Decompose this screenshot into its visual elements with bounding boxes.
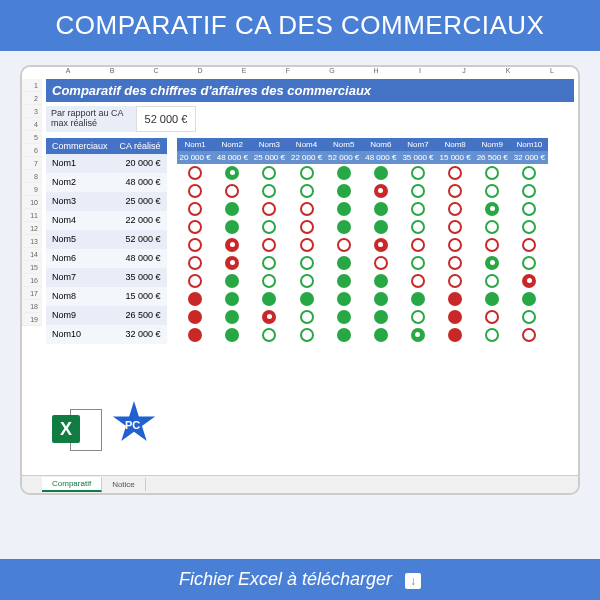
row-header[interactable]: 17 <box>22 287 42 300</box>
status-dot-cell[interactable] <box>177 308 214 326</box>
status-dot-cell[interactable] <box>288 254 325 272</box>
status-dot-cell[interactable] <box>177 164 214 182</box>
table-row[interactable]: Nom815 000 € <box>46 287 167 306</box>
status-dot-cell[interactable] <box>288 236 325 254</box>
status-dot-cell[interactable] <box>399 254 436 272</box>
status-dot-cell[interactable] <box>362 236 399 254</box>
status-dot-cell[interactable] <box>177 218 214 236</box>
status-dot-cell[interactable] <box>437 200 474 218</box>
status-dot-cell[interactable] <box>251 254 288 272</box>
status-dot-cell[interactable] <box>437 182 474 200</box>
row-header[interactable]: 16 <box>22 274 42 287</box>
status-dot-cell[interactable] <box>325 308 362 326</box>
status-dot-cell[interactable] <box>362 272 399 290</box>
status-dot-cell[interactable] <box>511 218 548 236</box>
status-dot-cell[interactable] <box>437 164 474 182</box>
status-dot-cell[interactable] <box>511 236 548 254</box>
col-header[interactable]: B <box>90 67 134 74</box>
status-dot-cell[interactable] <box>288 200 325 218</box>
col-header[interactable]: D <box>178 67 222 74</box>
row-header[interactable]: 8 <box>22 170 42 183</box>
status-dot-cell[interactable] <box>325 326 362 344</box>
row-header[interactable]: 2 <box>22 92 42 105</box>
table-row[interactable]: Nom248 000 € <box>46 173 167 192</box>
row-header[interactable]: 15 <box>22 261 42 274</box>
row-header[interactable]: 7 <box>22 157 42 170</box>
status-dot-cell[interactable] <box>288 164 325 182</box>
status-dot-cell[interactable] <box>251 272 288 290</box>
status-dot-cell[interactable] <box>437 308 474 326</box>
row-header[interactable]: 13 <box>22 235 42 248</box>
col-header[interactable]: H <box>354 67 398 74</box>
tab-comparatif[interactable]: Comparatif <box>42 477 102 492</box>
status-dot-cell[interactable] <box>399 200 436 218</box>
status-dot-cell[interactable] <box>251 236 288 254</box>
status-dot-cell[interactable] <box>362 308 399 326</box>
status-dot-cell[interactable] <box>511 182 548 200</box>
table-row[interactable]: Nom120 000 € <box>46 154 167 173</box>
status-dot-cell[interactable] <box>251 308 288 326</box>
status-dot-cell[interactable] <box>362 164 399 182</box>
status-dot-cell[interactable] <box>251 326 288 344</box>
status-dot-cell[interactable] <box>474 254 511 272</box>
status-dot-cell[interactable] <box>474 236 511 254</box>
row-header[interactable]: 19 <box>22 313 42 326</box>
status-dot-cell[interactable] <box>288 308 325 326</box>
table-row[interactable]: Nom735 000 € <box>46 268 167 287</box>
col-header[interactable]: M <box>574 67 580 74</box>
tab-notice[interactable]: Notice <box>102 478 146 491</box>
status-dot-cell[interactable] <box>399 182 436 200</box>
row-header[interactable]: 10 <box>22 196 42 209</box>
status-dot-cell[interactable] <box>214 218 251 236</box>
status-dot-cell[interactable] <box>251 218 288 236</box>
status-dot-cell[interactable] <box>399 272 436 290</box>
status-dot-cell[interactable] <box>177 200 214 218</box>
status-dot-cell[interactable] <box>437 254 474 272</box>
status-dot-cell[interactable] <box>288 218 325 236</box>
status-dot-cell[interactable] <box>511 290 548 308</box>
col-header[interactable]: C <box>134 67 178 74</box>
status-dot-cell[interactable] <box>325 182 362 200</box>
status-dot-cell[interactable] <box>325 218 362 236</box>
status-dot-cell[interactable] <box>474 290 511 308</box>
status-dot-cell[interactable] <box>474 272 511 290</box>
status-dot-cell[interactable] <box>362 290 399 308</box>
status-dot-cell[interactable] <box>251 200 288 218</box>
status-dot-cell[interactable] <box>214 326 251 344</box>
status-dot-cell[interactable] <box>325 200 362 218</box>
status-dot-cell[interactable] <box>474 200 511 218</box>
table-row[interactable]: Nom926 500 € <box>46 306 167 325</box>
row-header[interactable]: 3 <box>22 105 42 118</box>
table-row[interactable]: Nom1032 000 € <box>46 325 167 344</box>
status-dot-cell[interactable] <box>251 182 288 200</box>
status-dot-cell[interactable] <box>325 272 362 290</box>
status-dot-cell[interactable] <box>362 254 399 272</box>
col-header[interactable]: E <box>222 67 266 74</box>
status-dot-cell[interactable] <box>177 326 214 344</box>
col-header[interactable]: I <box>398 67 442 74</box>
status-dot-cell[interactable] <box>288 272 325 290</box>
status-dot-cell[interactable] <box>362 326 399 344</box>
row-header[interactable]: 1 <box>22 79 42 92</box>
status-dot-cell[interactable] <box>214 290 251 308</box>
status-dot-cell[interactable] <box>288 290 325 308</box>
status-dot-cell[interactable] <box>214 200 251 218</box>
status-dot-cell[interactable] <box>474 182 511 200</box>
status-dot-cell[interactable] <box>437 326 474 344</box>
status-dot-cell[interactable] <box>511 254 548 272</box>
row-header[interactable]: 12 <box>22 222 42 235</box>
row-header[interactable]: 4 <box>22 118 42 131</box>
status-dot-cell[interactable] <box>362 182 399 200</box>
status-dot-cell[interactable] <box>437 236 474 254</box>
table-row[interactable]: Nom325 000 € <box>46 192 167 211</box>
status-dot-cell[interactable] <box>399 326 436 344</box>
status-dot-cell[interactable] <box>325 236 362 254</box>
status-dot-cell[interactable] <box>474 308 511 326</box>
status-dot-cell[interactable] <box>474 164 511 182</box>
status-dot-cell[interactable] <box>214 236 251 254</box>
status-dot-cell[interactable] <box>399 218 436 236</box>
status-dot-cell[interactable] <box>437 290 474 308</box>
status-dot-cell[interactable] <box>214 308 251 326</box>
row-header[interactable]: 5 <box>22 131 42 144</box>
status-dot-cell[interactable] <box>251 290 288 308</box>
